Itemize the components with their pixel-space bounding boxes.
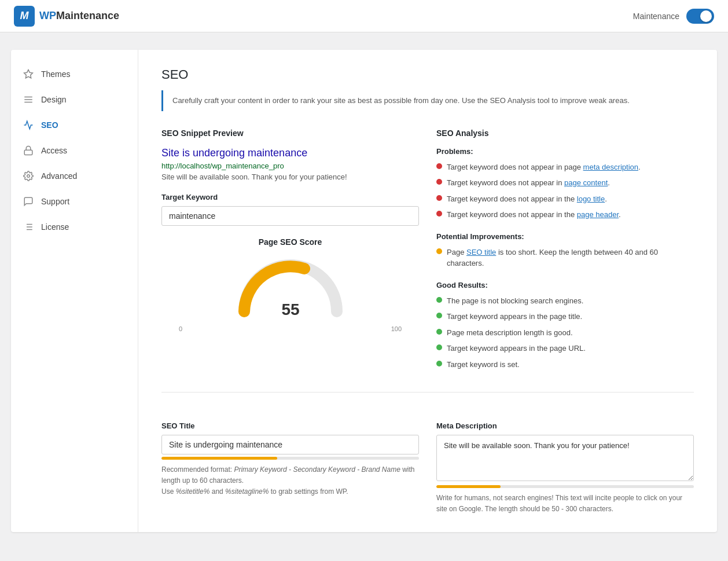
logo-text: WPMaintenance bbox=[39, 10, 119, 22]
gauge-min: 0 bbox=[179, 325, 182, 332]
logo-title-link[interactable]: logo title bbox=[577, 195, 605, 203]
improvements-title: Potential Improvements: bbox=[436, 232, 694, 241]
sidebar-label-license: License bbox=[41, 222, 69, 232]
problem-item-4: Target keyword does not appear in the pa… bbox=[436, 209, 694, 221]
page-content-link[interactable]: page content bbox=[564, 178, 608, 187]
gauge-max: 100 bbox=[391, 325, 402, 332]
sidebar-item-license[interactable]: License bbox=[11, 214, 138, 240]
section-divider bbox=[161, 392, 694, 393]
svg-rect-3 bbox=[24, 150, 32, 155]
meta-description-link[interactable]: meta description bbox=[583, 163, 638, 171]
seo-title-input[interactable] bbox=[161, 435, 419, 454]
problems-title: Problems: bbox=[436, 147, 694, 156]
dot-red-1 bbox=[436, 163, 442, 169]
good-item-1: The page is not blocking search engines. bbox=[436, 295, 694, 307]
meta-desc-progress bbox=[436, 485, 694, 488]
target-keyword-input[interactable] bbox=[161, 206, 419, 226]
snippet-url: http://localhost/wp_maintenance_pro bbox=[161, 162, 419, 170]
problem-item-2: Target keyword does not appear in page c… bbox=[436, 177, 694, 189]
sidebar-item-support[interactable]: Support bbox=[11, 189, 138, 214]
gauge-chart: 55 bbox=[233, 254, 348, 323]
meta-description-input[interactable]: Site will be available soon. Thank you f… bbox=[436, 435, 694, 481]
good-item-5: Target keyword is set. bbox=[436, 359, 694, 371]
main-content: SEO Carefully craft your content in orde… bbox=[138, 50, 717, 532]
target-keyword-label: Target Keyword bbox=[161, 193, 419, 201]
main-container: Themes Design SEO Access Advanced bbox=[11, 50, 717, 532]
seo-icon bbox=[23, 119, 34, 131]
sidebar-label-access: Access bbox=[41, 146, 67, 155]
seo-title-progress-fill bbox=[161, 457, 277, 460]
logo-icon: M bbox=[14, 6, 35, 27]
header-right: Maintenance bbox=[633, 9, 714, 24]
snippet-site-title: Site is undergoing maintenance bbox=[161, 147, 419, 159]
license-icon bbox=[23, 221, 34, 233]
access-icon bbox=[23, 145, 34, 156]
maintenance-label: Maintenance bbox=[633, 12, 679, 21]
dot-red-2 bbox=[436, 179, 442, 185]
analysis-title: SEO Analysis bbox=[436, 129, 694, 138]
seo-title-hint: Recommended format: Primary Keyword - Se… bbox=[161, 464, 419, 498]
dot-green-4 bbox=[436, 344, 442, 350]
problem-item-1: Target keyword does not appear in page m… bbox=[436, 162, 694, 173]
sidebar-label-seo: SEO bbox=[41, 120, 58, 130]
gauge-label: Page SEO Score bbox=[161, 237, 419, 247]
gauge-axis-labels: 0 100 bbox=[161, 325, 419, 332]
good-item-4: Target keyword appears in the page URL. bbox=[436, 343, 694, 354]
page-header-link[interactable]: page header bbox=[577, 210, 619, 219]
meta-description-label: Meta Description bbox=[436, 421, 694, 430]
logo-area: M WPMaintenance bbox=[14, 6, 119, 27]
sidebar-label-advanced: Advanced bbox=[41, 171, 77, 181]
meta-description-section: Meta Description Site will be available … bbox=[436, 410, 694, 515]
sidebar-item-design[interactable]: Design bbox=[11, 87, 138, 112]
dot-green-5 bbox=[436, 361, 442, 366]
advanced-icon bbox=[23, 170, 34, 182]
seo-title-progress bbox=[161, 457, 419, 460]
seo-title-input-container bbox=[161, 435, 419, 460]
sidebar-item-seo[interactable]: SEO bbox=[11, 112, 138, 138]
gauge-score: 55 bbox=[281, 300, 299, 318]
sidebar: Themes Design SEO Access Advanced bbox=[11, 50, 138, 532]
improvement-item-1: Page SEO title is too short. Keep the le… bbox=[436, 247, 694, 269]
sidebar-label-themes: Themes bbox=[41, 69, 71, 79]
dot-red-3 bbox=[436, 195, 442, 201]
top-header: M WPMaintenance Maintenance bbox=[0, 0, 728, 32]
problem-item-3: Target keyword does not appear in the lo… bbox=[436, 193, 694, 205]
bottom-section: SEO Title Recommended format: Primary Ke… bbox=[161, 410, 694, 515]
dot-green-2 bbox=[436, 313, 442, 318]
good-title: Good Results: bbox=[436, 281, 694, 289]
sidebar-item-access[interactable]: Access bbox=[11, 138, 138, 163]
top-two-col: SEO Snippet Preview Site is undergoing m… bbox=[161, 129, 694, 375]
sidebar-item-themes[interactable]: Themes bbox=[11, 61, 138, 87]
svg-point-4 bbox=[27, 175, 30, 178]
dot-green-1 bbox=[436, 297, 442, 303]
good-item-2: Target keyword appears in the page title… bbox=[436, 311, 694, 322]
page-description: Carefully craft your content in order to… bbox=[161, 90, 694, 111]
left-panel: SEO Snippet Preview Site is undergoing m… bbox=[161, 129, 419, 375]
meta-description-hint: Write for humans, not search engines! Th… bbox=[436, 493, 694, 515]
good-item-3: Page meta description length is good. bbox=[436, 327, 694, 339]
dot-orange-1 bbox=[436, 248, 442, 254]
seo-title-link[interactable]: SEO title bbox=[466, 248, 496, 256]
sidebar-label-support: Support bbox=[41, 197, 69, 206]
snippet-description: Site will be available soon. Thank you f… bbox=[161, 173, 419, 181]
meta-desc-progress-fill bbox=[436, 485, 501, 488]
sidebar-label-design: Design bbox=[41, 95, 67, 104]
maintenance-toggle[interactable] bbox=[686, 9, 714, 24]
design-icon bbox=[23, 94, 34, 105]
right-panel: SEO Analysis Problems: Target keyword do… bbox=[436, 129, 694, 375]
themes-icon bbox=[23, 68, 34, 80]
snippet-section-title: SEO Snippet Preview bbox=[161, 129, 419, 138]
page-title: SEO bbox=[161, 67, 694, 82]
seo-title-section: SEO Title Recommended format: Primary Ke… bbox=[161, 410, 419, 515]
seo-title-label: SEO Title bbox=[161, 421, 419, 430]
support-icon bbox=[23, 196, 34, 207]
snippet-preview: Site is undergoing maintenance http://lo… bbox=[161, 147, 419, 181]
gauge-container: Page SEO Score 55 0 100 bbox=[161, 226, 419, 338]
dot-red-4 bbox=[436, 211, 442, 217]
sidebar-item-advanced[interactable]: Advanced bbox=[11, 163, 138, 189]
dot-green-3 bbox=[436, 329, 442, 335]
